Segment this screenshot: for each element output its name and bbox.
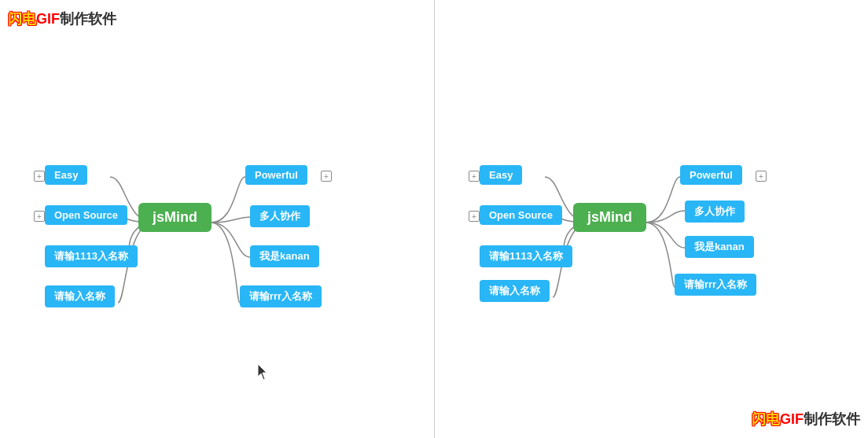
node-powerful-right[interactable]: Powerful [680,165,742,185]
node-kanan-left[interactable]: 我是kanan [250,245,319,267]
node-multi-right[interactable]: 多人协作 [685,201,745,223]
node-opensource-right[interactable]: Open Source [480,205,562,225]
expand-powerful-right[interactable]: + [756,171,767,182]
watermark-flash-text: 闪电 [8,11,36,27]
watermark-br-gif: GIF [780,411,804,427]
node-input-right[interactable]: 请输入名称 [480,280,550,302]
watermark-gif-text: GIF [36,11,60,27]
expand-powerful-left[interactable]: + [321,171,332,182]
watermark-br-rest: 制作软件 [804,411,860,427]
watermark-br-flash: 闪电 [752,411,780,427]
node-easy-left[interactable]: Easy [45,165,87,185]
mindmap-panel-left: jsMind + Easy + Open Source 请输1113入名称 请输… [0,0,434,438]
expand-easy-left[interactable]: + [34,171,45,182]
expand-opensource-right[interactable]: + [469,211,480,222]
node-opensource-left[interactable]: Open Source [45,205,127,225]
expand-easy-right[interactable]: + [469,171,480,182]
watermark-top-left: 闪电GIF制作软件 [8,9,116,28]
watermark-rest-text: 制作软件 [60,11,116,27]
node-easy-right[interactable]: Easy [480,165,522,185]
node-multi-left[interactable]: 多人协作 [250,205,310,227]
node-input-left[interactable]: 请输入名称 [45,285,115,307]
mindmap-panel-right: jsMind + Easy + Open Source 请输1113入名称 请输… [435,0,868,438]
node-kanan-right[interactable]: 我是kanan [685,236,754,258]
node-powerful-left[interactable]: Powerful [245,165,307,185]
center-node-left[interactable]: jsMind [138,203,211,232]
expand-opensource-left[interactable]: + [34,211,45,222]
node-rrr-right[interactable]: 请输rrr入名称 [675,274,756,296]
node-rrr-left[interactable]: 请输rrr入名称 [240,285,322,307]
watermark-bottom-right: 闪电GIF制作软件 [752,410,860,429]
center-node-right[interactable]: jsMind [573,203,646,232]
node-1113-right[interactable]: 请输1113入名称 [480,245,572,267]
node-1113-left[interactable]: 请输1113入名称 [45,245,138,267]
